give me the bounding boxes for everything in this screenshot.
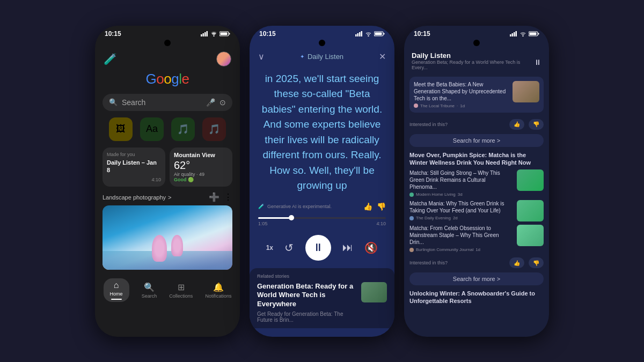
p3-matcha-source-2: The Daily Evening 2d [409, 216, 513, 220]
p3-now-playing: Generation Beta; Ready for a World Where… [412, 60, 534, 70]
p3-matcha-source-3: Burlington Community Journal 1d [409, 247, 513, 252]
quick-icon-translate[interactable]: Aa [140, 117, 164, 141]
p2-main-text: in 2025, we'll start seeing these so-cal… [261, 71, 383, 194]
p2-controls: 1x ↺ ⏸ ⏭ 🔇 [250, 230, 394, 266]
search-more-text-2: Search for more > [453, 276, 500, 282]
p3-matcha-text-2: Matcha Mania: Why This Green Drink is Ta… [409, 200, 513, 220]
quick-icon-image[interactable]: 🖼 [109, 117, 133, 141]
daily-title: Daily Listen – Jan 8 [107, 159, 161, 174]
home-icon: ⌂ [114, 280, 119, 290]
widget-area: Made for you Daily Listen – Jan 8 4:10 M… [103, 147, 232, 187]
svg-point-12 [368, 35, 369, 36]
nav-home[interactable]: ⌂ Home [104, 278, 129, 302]
nav-collections[interactable]: ⊞ Collections [169, 282, 193, 299]
skip-button[interactable]: ⏭ [342, 241, 353, 254]
time-total: 4:10 [376, 221, 386, 226]
p3-matcha-text-1: Matcha: Still Going Strong – Why This Gr… [409, 169, 513, 197]
google-logo: Google [95, 71, 240, 87]
back-button-2[interactable]: ∨ [258, 51, 265, 62]
p3-matcha-card-1[interactable]: Matcha: Still Going Strong – Why This Gr… [409, 169, 544, 197]
p3-section2-title: Move Over, Pumpkin Spice: Matcha is the … [409, 151, 544, 167]
svg-point-4 [213, 35, 214, 36]
p3-matcha-text-3: Matcha: From Celeb Obsession to Mainstre… [409, 225, 513, 252]
nav-notifications[interactable]: 🔔 Notifications [205, 282, 231, 299]
replay-button[interactable]: ↺ [284, 241, 294, 254]
matcha-time-3: 1d [475, 247, 480, 252]
p3-matcha-thumb-1 [517, 169, 544, 191]
more-icon[interactable]: ⋮ [224, 192, 232, 202]
nav-search[interactable]: 🔍 Search [142, 282, 157, 299]
p3-pause-icon[interactable]: ⏸ [534, 58, 541, 67]
svg-rect-15 [375, 32, 382, 35]
p3-card-1[interactable]: Meet the Beta Babies: A New Generation S… [409, 77, 544, 113]
matcha-time-2: 2d [453, 216, 458, 220]
signal-icon-2 [355, 31, 363, 36]
p2-story-thumb [361, 282, 387, 302]
source-age-1: 1d [460, 104, 465, 108]
close-button-2[interactable]: ✕ [379, 51, 386, 62]
status-bar-1: 10:15 [95, 26, 240, 40]
pause-button[interactable]: ⏸ [305, 235, 331, 261]
thumbs-down-btn-1[interactable]: 👎 [529, 119, 544, 130]
lens-icon[interactable]: ⊙ [219, 98, 226, 107]
wifi-icon-1 [210, 31, 217, 36]
svg-rect-23 [530, 32, 537, 35]
status-icons-1 [201, 31, 230, 36]
p3-card-row-1: Meet the Beta Babies: A New Generation S… [414, 81, 539, 108]
pause-icon: ⏸ [313, 241, 324, 254]
thumbs-up-btn-2[interactable]: 👍 [509, 257, 524, 268]
camera-notch-2 [319, 40, 325, 46]
tree-left [152, 235, 167, 262]
related-label: Related stories [257, 274, 387, 279]
progress-fill [258, 217, 291, 219]
thumbs-down-icon[interactable]: 👎 [377, 202, 386, 211]
progress-track[interactable] [258, 217, 386, 219]
p3-thumb-1 [513, 81, 539, 102]
camera-notch-1 [164, 40, 171, 46]
mute-button[interactable]: 🔇 [364, 241, 378, 254]
interested-text-2: Interested in this? [409, 260, 448, 265]
p3-matcha-card-2[interactable]: Matcha Mania: Why This Green Drink is Ta… [409, 200, 544, 221]
search-more-1[interactable]: Search for more > [409, 134, 544, 147]
search-more-2[interactable]: Search for more > [409, 272, 544, 285]
status-bar-2: 10:15 [250, 26, 394, 40]
ai-note-text: Generative AI is experimental. [267, 204, 332, 209]
time-3: 10:15 [414, 30, 430, 38]
thumbs-up-btn-1[interactable]: 👍 [509, 119, 524, 130]
widget-weather[interactable]: Mountain View 62° Air quality · 49 Good … [170, 147, 232, 187]
add-icon[interactable]: ➕ [209, 192, 219, 202]
svg-rect-16 [510, 34, 511, 36]
p2-story-title: Generation Beta: Ready for a World Where… [257, 282, 357, 309]
p2-text-area: in 2025, we'll start seeing these so-cal… [250, 66, 394, 199]
photo-thumbnail[interactable] [103, 205, 232, 270]
svg-point-20 [522, 35, 523, 36]
thumbs-down-btn-2[interactable]: 👎 [529, 257, 544, 268]
svg-rect-18 [514, 32, 515, 36]
status-icons-3 [510, 31, 539, 36]
status-bar-3: 10:15 [404, 26, 549, 40]
quick-icon-music[interactable]: 🎵 [171, 117, 195, 141]
svg-rect-19 [516, 31, 517, 36]
search-bar[interactable]: 🔍 Search 🎤 ⊙ [103, 94, 232, 111]
interested-btns-1: 👍 👎 [509, 119, 544, 130]
svg-rect-9 [357, 33, 359, 36]
thumbs-up-icon[interactable]: 👍 [363, 202, 372, 211]
source-time-1: · [457, 104, 458, 108]
quick-icon-media[interactable]: 🎵 [202, 117, 226, 141]
matcha-dot-1 [409, 193, 414, 197]
p3-matcha-card-3[interactable]: Matcha: From Celeb Obsession to Mainstre… [409, 225, 544, 252]
p3-matcha-title-3: Matcha: From Celeb Obsession to Mainstre… [409, 225, 513, 246]
search-icon: 🔍 [109, 98, 118, 106]
svg-rect-14 [384, 33, 385, 34]
source-dot-1 [414, 104, 418, 108]
p3-card-text-1: Meet the Beta Babies: A New Generation S… [414, 81, 508, 108]
mic-icon[interactable]: 🎤 [206, 98, 215, 107]
search-more-text-1: Search for more > [453, 137, 500, 144]
avatar-1[interactable] [216, 51, 231, 67]
speed-control[interactable]: 1x [266, 244, 273, 252]
widget-daily-listen[interactable]: Made for you Daily Listen – Jan 8 4:10 [103, 147, 165, 187]
photo-trees [152, 235, 183, 262]
weather-temp: 62° [174, 159, 228, 172]
battery-icon-3 [529, 31, 539, 36]
signal-icon-3 [510, 31, 517, 36]
